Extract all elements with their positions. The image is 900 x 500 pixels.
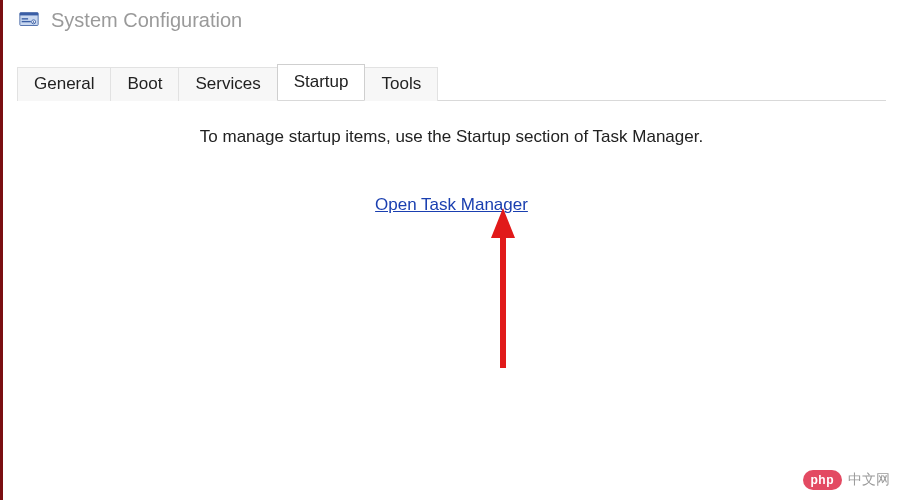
window-title: System Configuration — [51, 9, 242, 32]
msconfig-icon — [17, 8, 41, 32]
startup-message: To manage startup items, use the Startup… — [17, 127, 886, 147]
titlebar: System Configuration — [3, 0, 900, 42]
watermark-badge: php — [803, 470, 843, 490]
svg-rect-2 — [22, 18, 28, 19]
open-task-manager-link[interactable]: Open Task Manager — [375, 195, 528, 215]
tab-boot[interactable]: Boot — [110, 67, 179, 101]
watermark: php 中文网 — [803, 470, 891, 490]
svg-rect-3 — [22, 21, 31, 22]
tab-tools[interactable]: Tools — [364, 67, 438, 101]
svg-rect-1 — [20, 13, 38, 16]
tab-services[interactable]: Services — [178, 67, 277, 101]
tab-general[interactable]: General — [17, 67, 111, 101]
startup-panel: To manage startup items, use the Startup… — [17, 100, 886, 215]
tabstrip: General Boot Services Startup Tools — [17, 64, 900, 100]
watermark-text: 中文网 — [848, 471, 890, 489]
tab-startup[interactable]: Startup — [277, 64, 366, 100]
system-configuration-window: System Configuration General Boot Servic… — [0, 0, 900, 500]
annotation-arrow — [487, 208, 527, 382]
